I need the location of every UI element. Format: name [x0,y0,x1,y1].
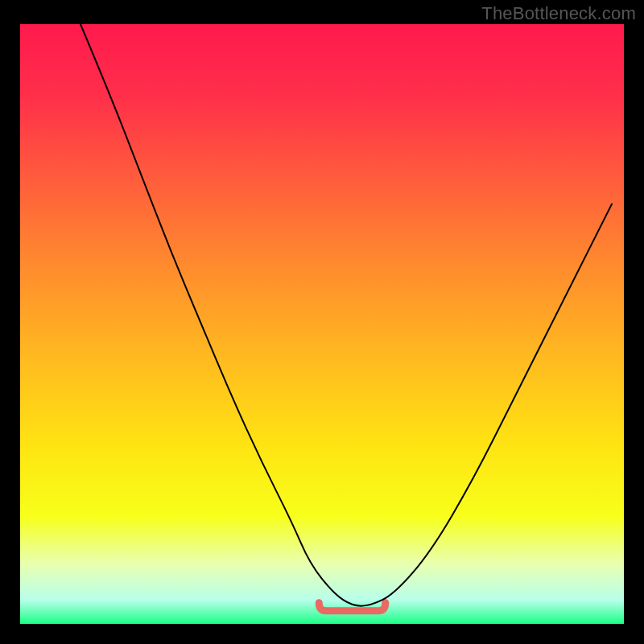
chart-svg [20,24,624,624]
plot-area [20,24,624,624]
chart-container: TheBottleneck.com [0,0,644,644]
watermark-text: TheBottleneck.com [481,3,636,24]
gradient-background [20,24,624,624]
